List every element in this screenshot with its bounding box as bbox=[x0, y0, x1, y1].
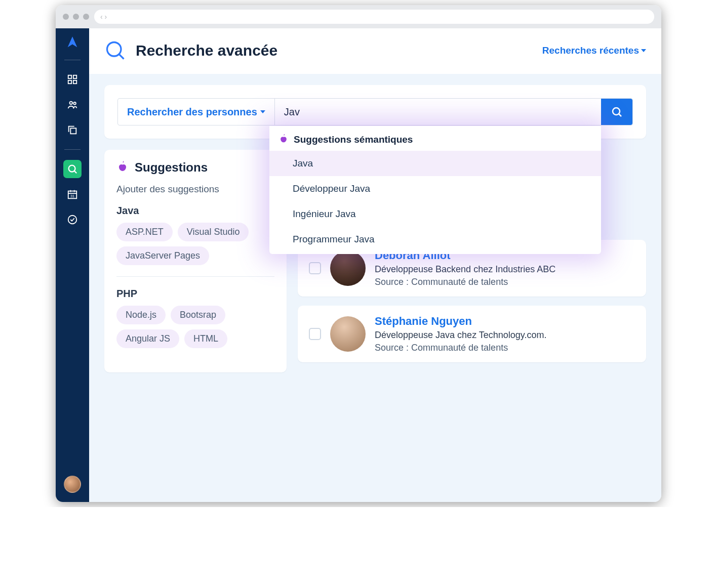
search-row: Rechercher des personnes bbox=[117, 98, 633, 125]
result-checkbox[interactable] bbox=[309, 328, 321, 340]
browser-chrome: ‹ › bbox=[56, 5, 661, 28]
autocomplete-dropdown: Suggestions sémantiques Java Développeur… bbox=[269, 126, 601, 254]
search-input[interactable] bbox=[275, 99, 601, 125]
svg-point-5 bbox=[73, 102, 76, 105]
app-logo-icon bbox=[65, 35, 79, 50]
group-label: PHP bbox=[116, 288, 274, 300]
search-scope-label: Rechercher des personnes bbox=[127, 106, 257, 118]
divider bbox=[116, 276, 274, 277]
dropdown-header: Suggestions sémantiques bbox=[269, 126, 601, 151]
add-suggestions-label[interactable]: Ajouter des suggestions bbox=[116, 184, 274, 195]
result-name-link[interactable]: Stéphanie Nguyen bbox=[375, 315, 547, 328]
url-bar[interactable]: ‹ › bbox=[94, 10, 654, 24]
nav-people-icon[interactable] bbox=[63, 96, 82, 114]
suggestion-chip[interactable]: Bootsrap bbox=[171, 306, 225, 324]
chips-group: ASP.NET Visual Studio JavaServer Pages bbox=[116, 223, 274, 265]
app-window: ‹ › 31 bbox=[56, 5, 661, 502]
svg-point-15 bbox=[107, 43, 122, 57]
dropdown-title: Suggestions sémantiques bbox=[294, 134, 413, 145]
nav-arrows-icon: ‹ › bbox=[100, 13, 107, 21]
apple-icon bbox=[278, 133, 289, 146]
suggestion-chip[interactable]: ASP.NET bbox=[116, 223, 173, 241]
nav-dashboard-icon[interactable] bbox=[63, 70, 82, 89]
traffic-close[interactable] bbox=[63, 14, 69, 20]
suggestion-chip[interactable]: JavaServer Pages bbox=[116, 246, 209, 265]
suggestion-chip[interactable]: Angular JS bbox=[116, 329, 179, 348]
nav-check-icon[interactable] bbox=[63, 211, 82, 229]
suggestions-title: Suggestions bbox=[135, 160, 208, 175]
result-source: Source : Communauté de talents bbox=[375, 277, 555, 287]
dropdown-item[interactable]: Développeur Java bbox=[269, 176, 601, 201]
content-pane: Recherche avancée Recherches récentes Re… bbox=[89, 28, 661, 502]
recent-searches-button[interactable]: Recherches récentes bbox=[542, 45, 646, 56]
svg-rect-6 bbox=[70, 128, 76, 134]
left-column: Suggestions Ajouter des suggestions Java… bbox=[104, 150, 287, 372]
avatar bbox=[330, 250, 366, 286]
result-checkbox[interactable] bbox=[309, 262, 321, 274]
traffic-min[interactable] bbox=[73, 14, 79, 20]
suggestion-chip[interactable]: Node.js bbox=[116, 306, 166, 324]
svg-text:31: 31 bbox=[70, 194, 74, 198]
search-card: Rechercher des personnes bbox=[104, 85, 646, 139]
result-source: Source : Communauté de talents bbox=[375, 343, 547, 353]
svg-point-14 bbox=[68, 216, 77, 224]
page-header: Recherche avancée Recherches récentes bbox=[89, 28, 661, 74]
nav-calendar-icon[interactable]: 31 bbox=[63, 185, 82, 203]
suggestions-panel: Suggestions Ajouter des suggestions Java… bbox=[104, 150, 287, 372]
svg-rect-3 bbox=[73, 80, 76, 83]
avatar bbox=[330, 316, 366, 352]
traffic-lights bbox=[63, 14, 89, 20]
dropdown-item[interactable]: Ingénieur Java bbox=[269, 201, 601, 227]
left-rail: 31 bbox=[56, 28, 89, 502]
app-body: 31 Recherche avancée Recherches récentes bbox=[56, 28, 661, 502]
nav-copy-icon[interactable] bbox=[63, 121, 82, 139]
result-description: Développeuse Backend chez Industries ABC bbox=[375, 264, 555, 275]
traffic-max[interactable] bbox=[83, 14, 89, 20]
svg-rect-1 bbox=[73, 75, 76, 78]
apple-icon bbox=[116, 160, 129, 175]
suggestion-chip[interactable]: HTML bbox=[184, 329, 227, 348]
nav-search-icon[interactable] bbox=[63, 160, 82, 178]
recent-searches-label: Recherches récentes bbox=[542, 45, 639, 56]
svg-point-17 bbox=[613, 108, 620, 115]
svg-rect-0 bbox=[68, 75, 71, 78]
search-icon bbox=[104, 39, 127, 62]
search-button[interactable] bbox=[601, 99, 632, 125]
chips-group: Node.js Bootsrap Angular JS HTML bbox=[116, 306, 274, 348]
svg-line-16 bbox=[119, 54, 124, 59]
suggestion-chip[interactable]: Visual Studio bbox=[178, 223, 249, 241]
svg-point-4 bbox=[70, 102, 73, 105]
user-avatar[interactable] bbox=[64, 476, 81, 493]
svg-line-18 bbox=[619, 114, 622, 117]
result-description: Développeuse Java chez Technology.com. bbox=[375, 330, 547, 341]
svg-point-7 bbox=[69, 165, 75, 172]
chevron-down-icon bbox=[260, 110, 265, 113]
svg-rect-2 bbox=[68, 80, 71, 83]
group-label: Java bbox=[116, 205, 274, 217]
dropdown-item[interactable]: Programmeur Java bbox=[269, 227, 601, 252]
search-icon bbox=[611, 106, 623, 118]
page-title: Recherche avancée bbox=[136, 42, 277, 59]
result-card: Stéphanie Nguyen Développeuse Java chez … bbox=[298, 306, 646, 362]
search-scope-dropdown[interactable]: Rechercher des personnes bbox=[118, 99, 275, 125]
content-scroll: Rechercher des personnes bbox=[89, 74, 661, 372]
chevron-down-icon bbox=[641, 49, 646, 52]
svg-line-8 bbox=[74, 171, 76, 173]
dropdown-item[interactable]: Java bbox=[269, 151, 601, 176]
